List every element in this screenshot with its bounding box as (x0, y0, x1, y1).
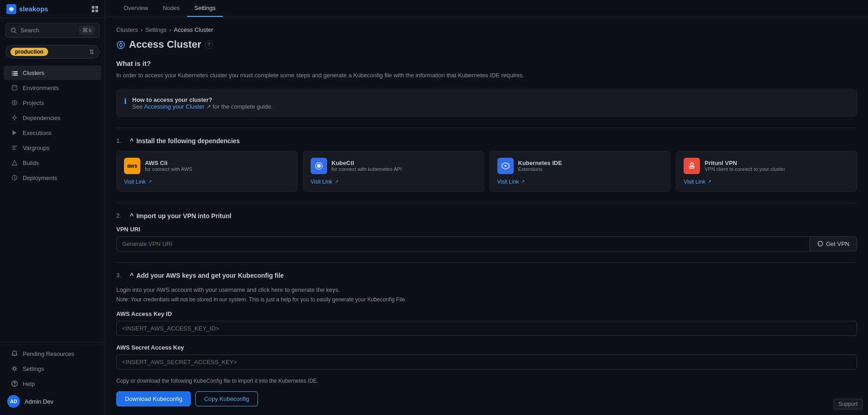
projects-icon (11, 99, 18, 106)
dep-card-vpn: Pritunl VPN VPN client to connect to you… (676, 151, 857, 192)
step-3-title: ^ Add your AWS keys and get your Kubecon… (130, 272, 284, 279)
vpn-uri-input[interactable] (116, 236, 810, 251)
sidebar-item-help[interactable]: Help (4, 376, 101, 391)
dep-link-aws[interactable]: Visit Link ↗ (124, 179, 290, 185)
dep-desc-vpn: VPN client to connect to your cluster (704, 166, 849, 172)
env-selector[interactable]: production ⇅ (5, 45, 99, 59)
svg-rect-2 (92, 10, 94, 12)
dep-header-vpn: Pritunl VPN VPN client to connect to you… (684, 158, 849, 174)
avatar: AD (7, 395, 20, 408)
main-content: Overview Nodes Settings Clusters › Setti… (105, 0, 868, 415)
sidebar-item-builds[interactable]: Builds (4, 155, 101, 170)
content-area: Clusters › Settings › Access Cluster Acc… (105, 17, 868, 415)
user-row[interactable]: AD Admin Dev (0, 391, 105, 411)
help-label: Help (23, 380, 35, 387)
step-2: 2. ^ Import up your VPN into Pritunl VPN… (116, 212, 857, 251)
step-3-num: 3. (116, 272, 125, 279)
tab-settings[interactable]: Settings (187, 0, 223, 17)
tab-nodes[interactable]: Nodes (155, 0, 187, 17)
aws-key-input[interactable] (116, 321, 857, 336)
svg-point-11 (12, 75, 13, 75)
step-2-toggle-icon[interactable]: ^ (130, 212, 134, 220)
search-icon (10, 27, 17, 34)
search-placeholder: Search (20, 27, 76, 34)
dep-link-vpn-text: Visit Link (684, 179, 705, 185)
dep-desc-kubectl: for connect with kubernetes API (332, 166, 476, 172)
settings-icon (11, 365, 18, 372)
breadcrumb: Clusters › Settings › Access Cluster (116, 26, 857, 33)
svg-point-35 (690, 163, 694, 166)
dep-info-vpn: Pritunl VPN VPN client to connect to you… (704, 160, 849, 172)
sidebar-item-vargroups[interactable]: Vargroups (4, 140, 101, 155)
app-logo: sleakops (6, 4, 48, 14)
dep-link-kubectl[interactable]: Visit Link ↗ (311, 179, 476, 185)
environments-icon (11, 84, 18, 91)
get-vpn-button[interactable]: Get VPN (810, 236, 857, 251)
sidebar-item-executions[interactable]: Executions (4, 125, 101, 140)
breadcrumb-sep-1: › (141, 27, 143, 33)
svg-point-14 (12, 100, 17, 105)
svg-line-5 (15, 31, 17, 33)
svg-rect-0 (92, 6, 94, 9)
accessing-cluster-link[interactable]: Accessing your Cluster (144, 103, 204, 110)
dep-card-kubectl: KubeCtl for connect with kubernetes API … (303, 151, 484, 192)
svg-point-4 (11, 28, 15, 32)
sidebar-item-dependencies[interactable]: Dependencies (4, 110, 101, 125)
dep-info-kubectl: KubeCtl for connect with kubernetes API (332, 160, 476, 172)
aws-note-text: Note: Your credentials will not be store… (116, 296, 407, 303)
breadcrumb-clusters[interactable]: Clusters (116, 26, 138, 33)
step-1: 1. ^ Install the following dependencies … (116, 137, 857, 192)
aws-key-field: AWS Access Key ID (116, 310, 857, 336)
aws-secret-label: AWS Secret Access Key (116, 344, 857, 351)
dep-link-vpn[interactable]: Visit Link ↗ (684, 179, 849, 185)
executions-icon (11, 129, 18, 136)
svg-line-24 (15, 178, 16, 179)
sidebar-item-pending-resources[interactable]: Pending Resources (4, 346, 101, 361)
breadcrumb-sep-2: › (169, 27, 171, 33)
svg-marker-21 (13, 130, 17, 135)
support-button[interactable]: Support (833, 399, 863, 410)
tab-overview[interactable]: Overview (116, 0, 155, 17)
search-bar[interactable]: Search ⌘k (5, 23, 99, 38)
dep-link-k8s[interactable]: Visit Link ↗ (497, 179, 663, 185)
step-1-header: 1. ^ Install the following dependencies (116, 137, 857, 145)
step-3-header: 3. ^ Add your AWS keys and get your Kube… (116, 272, 857, 279)
divider-1 (116, 128, 857, 128)
info-box-see: See (132, 103, 144, 110)
dep-info-aws: AWS Cli for connect with AWS (145, 160, 290, 172)
download-kubeconfig-button[interactable]: Download Kubeconfig (116, 391, 191, 406)
step-3-toggle-icon[interactable]: ^ (130, 272, 134, 279)
info-box-text: How to access your cluster? See Accessin… (132, 96, 273, 110)
sidebar-item-clusters[interactable]: Clusters (4, 65, 101, 80)
step-1-toggle-icon[interactable]: ^ (130, 137, 134, 145)
aws-secret-input[interactable] (116, 355, 857, 370)
deployments-icon (11, 174, 18, 181)
builds-icon (11, 159, 18, 166)
cluster-icon (116, 40, 125, 49)
grid-icon[interactable] (91, 5, 99, 13)
dep-card-aws-cli: aws AWS Cli for connect with AWS Visit L… (116, 151, 298, 192)
app-name: sleakops (19, 5, 48, 13)
page-title: Access Cluster (129, 39, 201, 50)
sidebar-item-projects[interactable]: Projects (4, 95, 101, 110)
builds-label: Builds (23, 160, 39, 166)
copy-kubeconfig-button[interactable]: Copy Kubeconfig (195, 391, 258, 406)
logo-icon (6, 4, 16, 14)
deps-grid: aws AWS Cli for connect with AWS Visit L… (116, 151, 857, 192)
sidebar-item-deployments[interactable]: Deployments (4, 170, 101, 185)
title-help-icon[interactable]: ? (205, 40, 213, 49)
user-name: Admin Dev (25, 398, 54, 405)
divider-2 (116, 203, 857, 203)
vargroups-icon (11, 144, 18, 151)
sidebar-item-settings[interactable]: Settings (4, 361, 101, 376)
svg-point-10 (12, 73, 13, 74)
aws-logo: aws (124, 158, 140, 174)
aws-secret-field: AWS Secret Access Key (116, 344, 857, 370)
environments-label: Environments (23, 85, 59, 91)
vpn-field-label: VPN URI (116, 226, 857, 233)
step-2-title-text: Import up your VPN into Pritunl (136, 212, 231, 220)
sidebar: sleakops Search ⌘k production ⇅ Clusters… (0, 0, 105, 415)
dep-link-kubectl-text: Visit Link (311, 179, 332, 185)
breadcrumb-settings[interactable]: Settings (145, 26, 167, 33)
sidebar-item-environments[interactable]: Environments (4, 80, 101, 95)
